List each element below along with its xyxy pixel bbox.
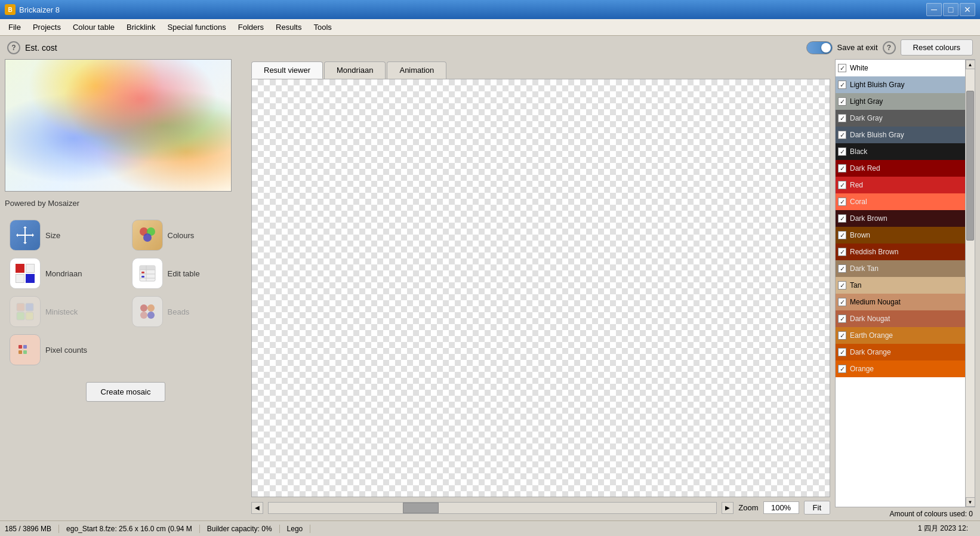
- help-icon-right[interactable]: ?: [883, 41, 896, 54]
- vscroll-down-arrow[interactable]: ▼: [966, 497, 975, 507]
- colour-checkbox-11[interactable]: [838, 248, 846, 256]
- tool-mondriaan[interactable]: Mondriaan: [5, 255, 125, 291]
- menu-special-functions[interactable]: Special functions: [161, 20, 232, 34]
- vertical-scrollbar[interactable]: ▲ ▼: [965, 60, 975, 507]
- vscroll-thumb: [966, 91, 974, 241]
- left-panel: Powered by Mosaizer: [5, 59, 246, 518]
- colour-name-16: Earth Orange: [849, 331, 963, 340]
- colour-checkbox-2[interactable]: [838, 97, 846, 106]
- close-button[interactable]: ✕: [960, 3, 975, 16]
- colour-checkbox-3[interactable]: [838, 114, 846, 122]
- tool-size[interactable]: Size: [5, 217, 125, 253]
- minimize-button[interactable]: ─: [926, 3, 942, 16]
- tool-edit-table[interactable]: Edit table: [127, 255, 247, 291]
- vscroll-up-arrow[interactable]: ▲: [966, 60, 975, 69]
- colour-checkbox-5[interactable]: [838, 147, 846, 156]
- maximize-button[interactable]: □: [943, 3, 959, 16]
- colour-checkbox-0[interactable]: [838, 64, 846, 72]
- edittable-icon: [132, 258, 163, 289]
- mondriaan-squares: [16, 264, 35, 283]
- svg-rect-20: [26, 312, 33, 320]
- colour-checkbox-14[interactable]: [838, 298, 846, 306]
- reset-colours-button[interactable]: Reset colours: [901, 39, 973, 56]
- colour-name-12: Dark Tan: [849, 264, 963, 273]
- colour-checkbox-10[interactable]: [838, 231, 846, 239]
- pixelcount-icon: [10, 334, 41, 365]
- colour-checkbox-1[interactable]: [838, 81, 846, 89]
- status-builder-capacity: Builder capacity: 0%: [207, 525, 280, 533]
- tab-result-viewer[interactable]: Result viewer: [251, 61, 323, 79]
- zoom-value: 100%: [763, 501, 799, 514]
- colour-checkbox-17[interactable]: [838, 348, 846, 356]
- colour-item-dark-brown[interactable]: Dark Brown: [836, 210, 965, 227]
- colour-item-black[interactable]: Black: [836, 143, 965, 160]
- colour-name-6: Dark Red: [849, 164, 963, 172]
- menu-bricklink[interactable]: Bricklink: [121, 20, 161, 34]
- colour-checkbox-9[interactable]: [838, 214, 846, 223]
- colour-item-light-bluish-gray[interactable]: Light Bluish Gray: [836, 76, 965, 93]
- colour-checkbox-4[interactable]: [838, 131, 846, 139]
- tool-colours[interactable]: Colours: [127, 217, 247, 253]
- colour-item-dark-gray[interactable]: Dark Gray: [836, 110, 965, 127]
- status-engine: Lego: [287, 525, 311, 533]
- colour-item-white[interactable]: White: [836, 60, 965, 76]
- beads-icon: [132, 296, 163, 327]
- status-datetime: 1 四月 2023 12:: [918, 523, 975, 534]
- svg-rect-19: [17, 312, 24, 320]
- colour-name-2: Light Gray: [849, 97, 963, 106]
- colour-checkbox-7[interactable]: [838, 181, 846, 189]
- horizontal-scrollbar[interactable]: [268, 502, 717, 514]
- colour-item-dark-orange[interactable]: Dark Orange: [836, 344, 965, 361]
- colour-name-14: Medium Nougat: [849, 298, 963, 306]
- colour-item-medium-nougat[interactable]: Medium Nougat: [836, 294, 965, 310]
- tab-mondriaan[interactable]: Mondriaan: [324, 61, 386, 79]
- colour-item-dark-nougat[interactable]: Dark Nougat: [836, 310, 965, 327]
- mq4: [26, 274, 35, 283]
- mondriaan-icon: [10, 258, 41, 289]
- size-icon: [10, 220, 41, 251]
- colour-item-red[interactable]: Red: [836, 177, 965, 193]
- scroll-left-arrow[interactable]: ◀: [251, 502, 263, 514]
- scroll-right-arrow[interactable]: ▶: [722, 502, 734, 514]
- right-panel: WhiteLight Bluish GrayLight GrayDark Gra…: [835, 59, 975, 518]
- colour-checkbox-6[interactable]: [838, 164, 846, 172]
- svg-marker-4: [23, 226, 27, 228]
- menu-folders[interactable]: Folders: [232, 20, 270, 34]
- colour-item-coral[interactable]: Coral: [836, 193, 965, 210]
- colour-checkbox-8[interactable]: [838, 198, 846, 206]
- colour-checkbox-12[interactable]: [838, 264, 846, 273]
- colour-checkbox-16[interactable]: [838, 331, 846, 340]
- toggle-knob: [821, 43, 831, 53]
- colour-item-dark-bluish-gray[interactable]: Dark Bluish Gray: [836, 127, 965, 143]
- menu-results[interactable]: Results: [270, 20, 307, 34]
- menu-file[interactable]: File: [2, 20, 27, 34]
- size-label: Size: [45, 231, 60, 240]
- colour-checkbox-18[interactable]: [838, 365, 846, 373]
- create-mosaic-button[interactable]: Create mosaic: [86, 382, 166, 402]
- menu-colour-table[interactable]: Colour table: [67, 20, 121, 34]
- tool-beads[interactable]: Beads: [127, 294, 247, 329]
- main-content: ? Est. cost Save at exit ? Reset colours…: [0, 36, 980, 536]
- center-panel: Result viewer Mondriaan Animation ◀ ▶ Zo…: [251, 59, 830, 518]
- colour-item-orange[interactable]: Orange: [836, 361, 965, 377]
- colour-item-dark-tan[interactable]: Dark Tan: [836, 260, 965, 277]
- colour-item-tan[interactable]: Tan: [836, 277, 965, 294]
- colour-item-brown[interactable]: Brown: [836, 227, 965, 244]
- colour-item-reddish-brown[interactable]: Reddish Brown: [836, 244, 965, 260]
- tool-pixelcount[interactable]: Pixel counts: [5, 332, 125, 368]
- menu-tools[interactable]: Tools: [307, 20, 337, 34]
- help-icon-left[interactable]: ?: [7, 41, 20, 54]
- mondriaan-label: Mondriaan: [45, 269, 82, 278]
- colour-item-earth-orange[interactable]: Earth Orange: [836, 327, 965, 344]
- tool-ministeck[interactable]: Ministeck: [5, 294, 125, 329]
- colour-checkbox-13[interactable]: [838, 281, 846, 289]
- fit-button[interactable]: Fit: [804, 501, 830, 515]
- tab-animation[interactable]: Animation: [387, 61, 446, 79]
- save-exit-toggle[interactable]: [806, 41, 833, 54]
- colour-list: WhiteLight Bluish GrayLight GrayDark Gra…: [836, 60, 965, 507]
- colour-checkbox-15[interactable]: [838, 315, 846, 323]
- svg-rect-26: [19, 345, 22, 349]
- menu-projects[interactable]: Projects: [27, 20, 67, 34]
- colour-item-dark-red[interactable]: Dark Red: [836, 160, 965, 177]
- colour-item-light-gray[interactable]: Light Gray: [836, 93, 965, 110]
